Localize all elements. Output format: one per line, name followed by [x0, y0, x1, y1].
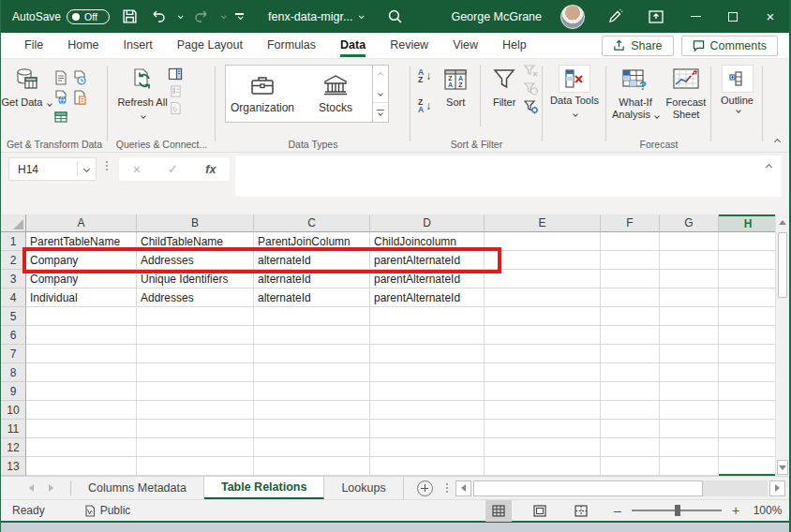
cell-H11[interactable] — [719, 420, 778, 438]
cell-C3[interactable]: alternateId — [254, 270, 370, 288]
cell-A7[interactable] — [26, 345, 137, 363]
row-header-10[interactable]: 10 — [1, 401, 26, 420]
insert-function-icon[interactable]: fx — [205, 163, 216, 176]
column-header-C[interactable]: C — [254, 214, 370, 232]
cell-D11[interactable] — [370, 420, 485, 438]
cell-H10[interactable] — [719, 401, 778, 420]
column-header-H[interactable]: H — [719, 214, 778, 232]
cell-G9[interactable] — [660, 382, 719, 401]
cell-A6[interactable] — [26, 326, 137, 345]
cell-D5[interactable] — [370, 307, 485, 326]
page-break-preview-button[interactable] — [568, 500, 594, 522]
close-button[interactable]: × — [752, 0, 789, 33]
forecast-sheet-button[interactable]: Forecast Sheet — [661, 59, 711, 121]
sheet-tab-resize-handle[interactable] — [446, 477, 448, 499]
cell-D7[interactable] — [370, 345, 485, 363]
cell-A11[interactable] — [26, 420, 137, 438]
data-type-organization[interactable]: Organization — [226, 66, 299, 122]
cell-B12[interactable] — [137, 438, 254, 457]
cell-B4[interactable]: Addresses — [137, 288, 254, 307]
cell-A10[interactable] — [26, 401, 137, 420]
cell-C6[interactable] — [254, 326, 370, 345]
horizontal-scrollbar[interactable] — [455, 480, 785, 496]
cell-D10[interactable] — [370, 401, 485, 420]
cell-E5[interactable] — [485, 307, 601, 326]
cell-C1[interactable]: ParentJoinColumn — [254, 232, 370, 251]
horizontal-scroll-thumb[interactable] — [473, 480, 703, 496]
ribbon-tab-insert[interactable]: Insert — [112, 34, 165, 57]
zoom-slider[interactable]: – + 100% — [607, 503, 789, 518]
name-box-dropdown-icon[interactable] — [83, 166, 90, 172]
cell-A4[interactable]: Individual — [26, 288, 137, 307]
cell-F10[interactable] — [601, 401, 660, 420]
cell-G3[interactable] — [660, 270, 719, 288]
cell-G5[interactable] — [660, 307, 719, 326]
search-icon[interactable] — [374, 0, 415, 33]
from-table-range-icon[interactable] — [52, 107, 70, 126]
row-header-7[interactable]: 7 — [1, 345, 26, 363]
cell-G6[interactable] — [660, 326, 719, 345]
cell-F5[interactable] — [601, 307, 660, 326]
user-avatar[interactable] — [560, 5, 585, 29]
ribbon-display-options-icon[interactable] — [635, 0, 677, 33]
row-header-11[interactable]: 11 — [1, 420, 26, 438]
cell-E6[interactable] — [485, 326, 601, 345]
cell-H4[interactable] — [719, 288, 778, 307]
cell-D12[interactable] — [370, 438, 485, 457]
from-web-icon[interactable] — [52, 87, 70, 107]
ribbon-tab-review[interactable]: Review — [378, 34, 440, 57]
undo-button[interactable] — [149, 7, 168, 27]
cell-D4[interactable]: parentAlternateId — [370, 288, 485, 307]
sensitivity-label[interactable]: Public — [84, 504, 131, 517]
cell-A13[interactable] — [26, 457, 137, 476]
cell-E13[interactable] — [485, 457, 601, 476]
cell-B3[interactable]: Unique Identifiers — [137, 270, 254, 288]
normal-view-button[interactable] — [485, 500, 512, 522]
cell-C11[interactable] — [254, 420, 370, 438]
minimize-button[interactable] — [677, 0, 714, 33]
existing-connections-icon[interactable] — [70, 87, 89, 107]
collapse-ribbon-icon[interactable] — [774, 139, 781, 145]
cell-F12[interactable] — [601, 438, 660, 457]
cell-F11[interactable] — [601, 420, 660, 438]
sheet-tab-columns-metadata[interactable]: Columns Metadata — [71, 477, 204, 499]
cell-G11[interactable] — [660, 420, 719, 438]
cell-F1[interactable] — [601, 232, 660, 251]
recent-sources-icon[interactable] — [70, 67, 89, 87]
scroll-down-icon[interactable] — [777, 460, 788, 475]
ribbon-tab-view[interactable]: View — [440, 34, 490, 57]
cell-A12[interactable] — [26, 438, 137, 457]
cell-C2[interactable]: alternateId — [254, 251, 370, 270]
cell-B9[interactable] — [137, 382, 254, 401]
cell-G13[interactable] — [660, 457, 719, 476]
ribbon-tab-data[interactable]: Data — [328, 34, 378, 57]
what-if-analysis-button[interactable]: ? What-If Analysis — [610, 59, 661, 121]
cell-B7[interactable] — [137, 345, 254, 363]
sort-ascending-button[interactable]: AZ↓ — [414, 65, 435, 87]
cell-F2[interactable] — [601, 251, 660, 270]
vertical-scroll-thumb[interactable] — [778, 232, 787, 298]
cell-G12[interactable] — [660, 438, 719, 457]
cell-C7[interactable] — [254, 345, 370, 363]
cell-G1[interactable] — [660, 232, 719, 251]
cell-A8[interactable] — [26, 363, 137, 382]
cell-D6[interactable] — [370, 326, 485, 345]
cell-E3[interactable] — [485, 270, 601, 288]
column-header-A[interactable]: A — [26, 214, 137, 232]
cell-H2[interactable] — [719, 251, 778, 270]
row-header-1[interactable]: 1 — [1, 232, 26, 251]
ribbon-tab-home[interactable]: Home — [55, 34, 111, 57]
ribbon-tab-file[interactable]: File — [12, 34, 55, 57]
cell-B5[interactable] — [137, 307, 254, 326]
ribbon-tab-help[interactable]: Help — [490, 34, 539, 57]
column-header-E[interactable]: E — [485, 214, 601, 232]
cell-H9[interactable] — [719, 382, 778, 401]
cell-C12[interactable] — [254, 438, 370, 457]
data-tools-button[interactable]: Data Tools — [549, 59, 600, 119]
document-title[interactable]: fenx-data-migr... — [268, 10, 363, 23]
column-header-F[interactable]: F — [601, 214, 660, 232]
cell-F4[interactable] — [601, 288, 660, 307]
cell-D3[interactable]: parentAlternateId — [370, 270, 485, 288]
scroll-up-icon[interactable] — [776, 214, 789, 230]
cell-A3[interactable]: Company — [26, 270, 137, 288]
